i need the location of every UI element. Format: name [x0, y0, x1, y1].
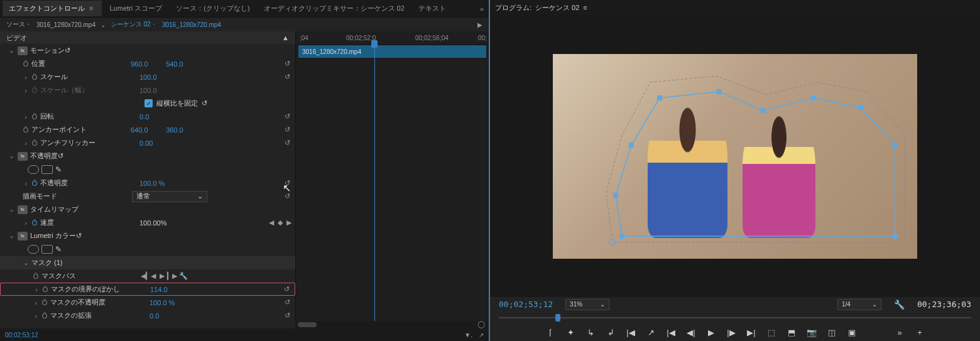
lumetri-header[interactable]: ⌄ fx Lumetri カラー ↺ — [0, 229, 295, 242]
circle-icon[interactable]: ◯ — [477, 320, 485, 328]
ellipse-mask-button[interactable] — [28, 165, 39, 174]
reset-icon[interactable]: ↺ — [202, 99, 207, 107]
tabs-overflow-icon[interactable]: » — [477, 5, 486, 13]
stopwatch-icon[interactable]: Ô — [21, 126, 30, 134]
program-timecode-current[interactable]: 00;02;53;12 — [499, 300, 553, 309]
compare-icon[interactable]: ◫ — [826, 328, 837, 337]
tab-text[interactable]: テキスト — [412, 1, 452, 16]
source-clip[interactable]: 3016_1280x720.mp4 — [36, 21, 95, 28]
prev-keyframe-icon[interactable]: ◀ — [268, 219, 275, 227]
camera-icon[interactable]: 📷 — [806, 328, 817, 337]
program-monitor[interactable] — [490, 15, 980, 297]
fx-badge[interactable]: fx — [18, 205, 28, 214]
playhead-line[interactable] — [374, 44, 375, 328]
chevron-right-icon[interactable]: › — [31, 312, 40, 320]
tab-source[interactable]: ソース：(クリップなし) — [170, 1, 256, 16]
reset-icon[interactable]: ↺ — [285, 298, 290, 306]
blend-mode-dropdown[interactable]: 通常⌄ — [132, 191, 207, 202]
opacity-value[interactable]: 100.0 % — [139, 180, 171, 187]
position-x[interactable]: 960.0 — [131, 60, 162, 68]
antiflicker-value[interactable]: 0.00 — [139, 139, 171, 147]
rotation-value[interactable]: 0.0 — [139, 113, 171, 121]
video-section-header[interactable]: ビデオ▲ — [0, 31, 295, 44]
tab-lumetri-scopes[interactable]: Lumetri スコープ — [103, 1, 168, 16]
go-in-icon[interactable]: |◀ — [625, 328, 636, 337]
chevron-down-icon[interactable]: ⌄ — [9, 46, 18, 55]
reset-icon[interactable]: ↺ — [76, 232, 82, 240]
rect-mask-button[interactable] — [41, 165, 53, 174]
anchor-x[interactable]: 640.0 — [131, 126, 162, 134]
stopwatch-icon[interactable]: Ô — [30, 219, 39, 227]
settings-icon[interactable]: 🔧 — [894, 300, 905, 310]
stopwatch-icon[interactable]: Ô — [30, 73, 39, 81]
effect-mini-timeline[interactable]: ;04 00;02;52;0 00;02;56;04 00; 3016_1280… — [295, 31, 489, 328]
fx-badge[interactable]: fx — [18, 152, 28, 161]
frame-back-icon[interactable]: ◀| — [685, 328, 697, 337]
reset-icon[interactable]: ↺ — [285, 126, 290, 134]
program-sequence-name[interactable]: シーケンス 02 — [535, 3, 579, 13]
reset-icon[interactable]: ↺ — [285, 311, 290, 320]
chevron-down-icon[interactable]: ⌄ — [9, 152, 18, 160]
maskopacity-value[interactable]: 100.0 % — [150, 299, 181, 306]
resolution-dropdown[interactable]: 1/4⌄ — [837, 299, 881, 310]
scale-value[interactable]: 100.0 — [139, 73, 171, 81]
out-icon[interactable]: ↲ — [605, 328, 616, 337]
add-button-icon[interactable]: + — [914, 328, 925, 337]
stopwatch-icon[interactable]: Ô — [41, 286, 50, 293]
rect-mask-button[interactable] — [41, 245, 53, 254]
lift-icon[interactable]: ⬚ — [766, 328, 777, 337]
speed-value[interactable]: 100.00% — [139, 219, 171, 227]
track-back-icon[interactable]: ◀▎ — [141, 272, 148, 280]
play-icon[interactable]: ▶ — [477, 21, 482, 28]
stopwatch-icon[interactable]: Ô — [31, 273, 40, 280]
scrub-playhead[interactable] — [555, 314, 560, 322]
chevron-down-icon[interactable]: ⌄ — [101, 21, 106, 28]
playhead-head[interactable] — [371, 40, 378, 48]
scrub-track[interactable] — [499, 317, 971, 318]
next-keyframe-icon[interactable]: ▶ — [285, 219, 293, 227]
chevron-down-icon[interactable]: ⌄ — [21, 259, 30, 267]
chevron-down-icon[interactable]: ⌄ — [9, 205, 18, 214]
maskfeather-value[interactable]: 114.0 — [150, 286, 182, 293]
opacity-header[interactable]: ⌄ fx 不透明度 ↺ — [0, 149, 295, 163]
mask1-header[interactable]: ⌄ マスク (1) — [0, 256, 295, 269]
mask-overlay[interactable] — [553, 54, 917, 259]
export-icon[interactable]: ↗ — [479, 332, 484, 338]
reset-icon[interactable]: ↺ — [285, 139, 290, 147]
tab-effect-controls[interactable]: エフェクトコントロール ≡ — [3, 1, 102, 16]
chevron-right-icon[interactable]: › — [21, 113, 30, 121]
frame-fwd-icon[interactable]: |▶ — [726, 328, 737, 337]
sequence-link[interactable]: シーケンス 02・ — [111, 20, 157, 29]
pen-mask-button[interactable]: ✎ — [55, 245, 62, 254]
stopwatch-icon[interactable]: Ô — [30, 180, 39, 187]
zoom-dropdown[interactable]: 31%⌄ — [565, 299, 609, 310]
export-frame-icon[interactable]: ↗ — [645, 328, 656, 337]
reset-icon[interactable]: ↺ — [285, 112, 290, 121]
program-scrubber[interactable] — [499, 313, 971, 323]
scrollbar-thumb[interactable] — [298, 322, 317, 327]
program-frame[interactable] — [553, 54, 917, 259]
chevron-right-icon[interactable]: › — [31, 299, 40, 306]
mini-scrollbar[interactable]: ◯ — [295, 321, 489, 328]
track-next-icon[interactable]: ▎▶ — [167, 272, 175, 280]
panel-menu-icon[interactable]: ≡ — [583, 4, 587, 11]
timeremap-header[interactable]: ⌄ fx タイムリマップ — [0, 203, 295, 216]
reset-icon[interactable]: ↺ — [58, 152, 63, 160]
reset-icon[interactable]: ↺ — [284, 285, 290, 293]
maskexp-value[interactable]: 0.0 — [150, 312, 181, 320]
chevron-right-icon[interactable]: › — [21, 139, 30, 147]
fx-badge[interactable]: fx — [18, 232, 28, 241]
mark-in-icon[interactable]: ⌈ — [545, 328, 556, 337]
fx-badge[interactable]: fx — [18, 46, 28, 55]
reset-icon[interactable]: ↺ — [285, 60, 290, 68]
marker-icon[interactable]: ✦ — [565, 328, 576, 337]
motion-header[interactable]: ⌄ fx モーション ↺ — [0, 44, 295, 57]
collapse-icon[interactable]: ▲ — [282, 34, 289, 41]
extract-icon[interactable]: ⬒ — [786, 328, 797, 337]
mini-ruler[interactable]: ;04 00;02;52;0 00;02;56;04 00; — [296, 31, 489, 45]
reset-icon[interactable]: ↺ — [285, 73, 290, 81]
add-keyframe-icon[interactable]: ◆ — [276, 219, 284, 227]
position-y[interactable]: 540.0 — [166, 60, 197, 68]
wrench-icon[interactable]: 🔧 — [179, 272, 187, 280]
chevron-right-icon[interactable]: › — [21, 73, 30, 81]
